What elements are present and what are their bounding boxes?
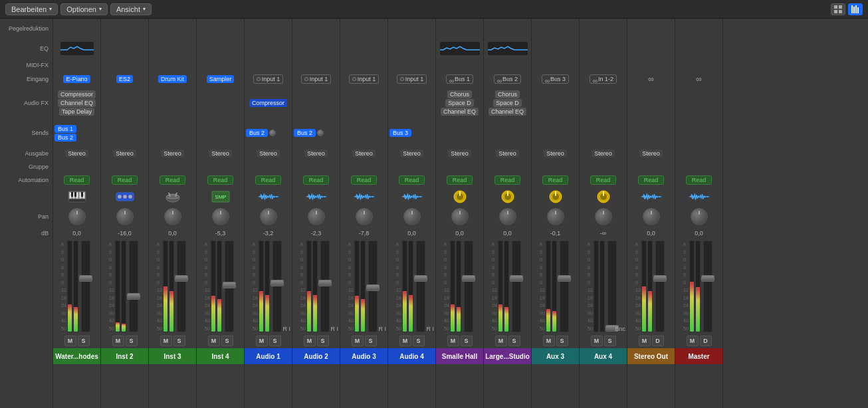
- ausgabe-button-ch3[interactable]: Stereo: [161, 150, 184, 157]
- audiofx-button-bus2-0[interactable]: Chorus: [495, 90, 520, 98]
- send-knob-ch5-0[interactable]: [269, 130, 276, 136]
- automation-button-ch4[interactable]: Read: [207, 175, 234, 185]
- fader-handle-ch7[interactable]: [366, 284, 380, 291]
- fader-track-ch5[interactable]: [272, 241, 282, 332]
- fader-track-ch6[interactable]: [320, 241, 330, 332]
- pan-knob-master[interactable]: [691, 208, 708, 225]
- solo-button-bus3[interactable]: S: [556, 336, 568, 346]
- eingang-cell-ch5[interactable]: Input 1: [245, 72, 292, 86]
- automation-cell-bus2[interactable]: Read: [484, 173, 531, 187]
- fader-cell-ch4[interactable]: 630369121824304050: [197, 239, 244, 334]
- mute-button-ch1[interactable]: M: [64, 336, 76, 346]
- solo-button-ch5[interactable]: S: [269, 336, 281, 346]
- send-knob-ch6-0[interactable]: [317, 130, 324, 136]
- audiofx-button-bus1-1[interactable]: Space D: [445, 99, 474, 107]
- automation-button-ch8[interactable]: Read: [399, 175, 425, 185]
- input-button-ch2[interactable]: ES2: [116, 75, 133, 83]
- pan-cell-bus3[interactable]: [532, 206, 579, 227]
- eingang-cell-ch8[interactable]: Input 1: [388, 72, 435, 86]
- fader-track-ch4[interactable]: [225, 241, 234, 332]
- ausgabe-cell-stereoout[interactable]: Stereo: [627, 146, 675, 161]
- solo-button-ch7[interactable]: S: [365, 336, 377, 346]
- ausgabe-cell-bus1[interactable]: Stereo: [436, 146, 483, 161]
- pan-cell-ch6[interactable]: [292, 206, 340, 227]
- input-button-ch3[interactable]: Drum Kit: [158, 75, 187, 83]
- ausgabe-button-stereoout[interactable]: Stereo: [639, 150, 663, 157]
- automation-button-ch5[interactable]: Read: [255, 175, 282, 185]
- input-button-ch8[interactable]: Input 1: [397, 74, 427, 84]
- input-button-ch5[interactable]: Input 1: [253, 74, 284, 84]
- fader-track-bus3[interactable]: [560, 241, 569, 332]
- solo-button-stereoout[interactable]: D: [652, 336, 664, 346]
- input-button-bus3[interactable]: ∞Bus 3: [542, 74, 569, 84]
- fader-track-stereoout[interactable]: [655, 241, 665, 332]
- mute-button-ch3[interactable]: M: [160, 336, 172, 346]
- name-cell-ch5[interactable]: Audio 1: [245, 348, 292, 364]
- pan-knob-bus2[interactable]: [499, 208, 516, 225]
- eq-display-ch1[interactable]: [60, 42, 94, 55]
- mute-button-ch8[interactable]: M: [399, 336, 411, 346]
- fader-cell-aux4[interactable]: 630369121824304050Bnc: [580, 239, 627, 334]
- solo-button-aux4[interactable]: S: [604, 336, 616, 346]
- mute-button-ch5[interactable]: M: [256, 336, 268, 346]
- automation-cell-ch1[interactable]: Read: [53, 173, 100, 187]
- fader-handle-bus2[interactable]: [510, 275, 523, 282]
- automation-cell-ch2[interactable]: Read: [101, 173, 148, 187]
- pan-knob-ch7[interactable]: [356, 208, 373, 225]
- automation-button-bus1[interactable]: Read: [447, 175, 473, 185]
- automation-cell-bus3[interactable]: Read: [532, 173, 579, 187]
- ausgabe-button-ch8[interactable]: Stereo: [400, 150, 423, 157]
- send-button-ch5-0[interactable]: Bus 2: [246, 129, 268, 137]
- fader-track-ch7[interactable]: [368, 241, 378, 332]
- send-button-ch6-0[interactable]: Bus 2: [294, 129, 316, 137]
- pan-cell-ch2[interactable]: [101, 206, 148, 227]
- automation-cell-ch7[interactable]: Read: [340, 173, 387, 187]
- pan-cell-ch5[interactable]: [245, 206, 292, 227]
- channel-name-ch8[interactable]: Audio 4: [388, 348, 435, 364]
- fader-cell-ch2[interactable]: 630369121824304050: [101, 239, 148, 334]
- pan-cell-aux4[interactable]: [580, 206, 627, 227]
- input-button-bus2[interactable]: ∞Bus 2: [494, 74, 521, 84]
- ausgabe-cell-master[interactable]: [675, 146, 722, 161]
- solo-button-bus2[interactable]: S: [508, 336, 520, 346]
- pan-cell-bus1[interactable]: [436, 206, 483, 227]
- channel-name-ch7[interactable]: Audio 3: [340, 348, 387, 364]
- ausgabe-button-ch4[interactable]: Stereo: [209, 150, 232, 157]
- automation-button-ch7[interactable]: Read: [351, 175, 378, 185]
- eingang-cell-aux4[interactable]: ∞In 1-2: [580, 72, 627, 86]
- eingang-cell-master[interactable]: ∞: [675, 72, 722, 86]
- channel-name-bus3[interactable]: Aux 3: [532, 348, 579, 364]
- ausgabe-button-ch6[interactable]: Stereo: [304, 150, 328, 157]
- automation-button-ch6[interactable]: Read: [303, 175, 330, 185]
- fader-cell-ch7[interactable]: 630369121824304050R I: [340, 239, 387, 334]
- ausgabe-cell-bus2[interactable]: Stereo: [484, 146, 531, 161]
- channel-name-stereoout[interactable]: Stereo Out: [627, 348, 675, 364]
- send-button-ch1-1[interactable]: Bus 2: [54, 134, 76, 142]
- ausgabe-button-ch2[interactable]: Stereo: [113, 150, 136, 157]
- ausgabe-button-bus2[interactable]: Stereo: [496, 150, 519, 157]
- eingang-cell-ch4[interactable]: Sampler: [197, 72, 244, 86]
- fader-handle-bus3[interactable]: [558, 275, 571, 282]
- fader-handle-bus1[interactable]: [462, 275, 475, 282]
- pan-cell-ch7[interactable]: [340, 206, 387, 227]
- name-cell-ch2[interactable]: Inst 2: [101, 348, 148, 364]
- pan-knob-stereoout[interactable]: [643, 208, 660, 225]
- mute-button-ch7[interactable]: M: [352, 336, 364, 346]
- channel-name-bus1[interactable]: Smalle Hall: [436, 348, 483, 364]
- fader-handle-ch3[interactable]: [175, 275, 188, 282]
- channel-name-ch5[interactable]: Audio 1: [245, 348, 292, 364]
- fader-track-bus1[interactable]: [464, 241, 473, 332]
- eingang-cell-bus2[interactable]: ∞Bus 2: [484, 72, 531, 86]
- automation-cell-master[interactable]: Read: [675, 173, 722, 187]
- name-cell-ch8[interactable]: Audio 4: [388, 348, 435, 364]
- pan-cell-ch1[interactable]: [53, 206, 100, 227]
- mute-button-aux4[interactable]: M: [591, 336, 603, 346]
- fader-track-aux4[interactable]: [607, 241, 617, 332]
- fader-cell-bus1[interactable]: 630369121824304050: [436, 239, 483, 334]
- solo-button-ch3[interactable]: S: [173, 336, 185, 346]
- automation-cell-bus1[interactable]: Read: [436, 173, 483, 187]
- fader-cell-ch1[interactable]: 630369121824304050: [53, 239, 100, 334]
- menu-ansicht[interactable]: Ansicht ▾: [110, 3, 152, 15]
- ausgabe-cell-ch8[interactable]: Stereo: [388, 146, 435, 161]
- input-button-ch1[interactable]: E-Piano: [63, 75, 90, 83]
